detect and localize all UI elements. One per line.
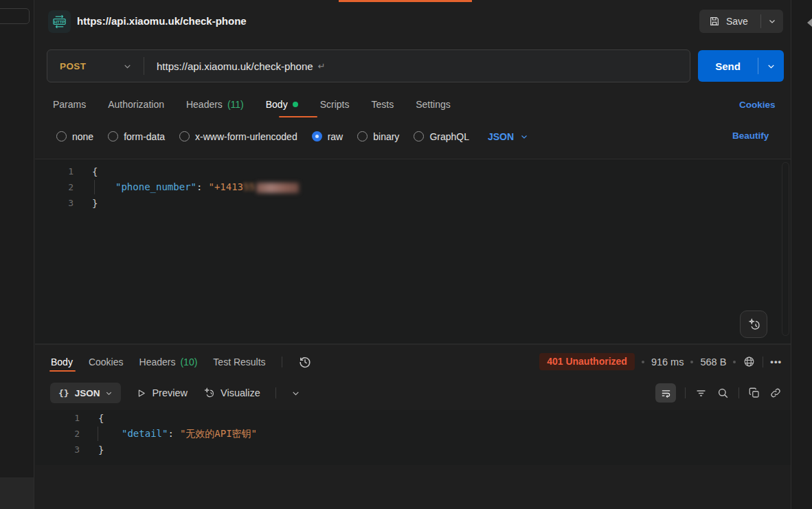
method-selector[interactable]: POST (47, 61, 144, 71)
response-toolbar-right (655, 383, 782, 403)
sidebar-footer (0, 477, 34, 509)
code-line: 3 } (35, 442, 791, 457)
filter-button[interactable] (695, 387, 708, 400)
chevron-down-icon (105, 389, 113, 397)
body-type-raw-label: raw (328, 131, 343, 142)
left-sidebar (0, 0, 34, 509)
indent-guide (94, 180, 95, 194)
svg-text:HTTP: HTTP (54, 20, 65, 24)
network-info-button[interactable] (743, 355, 756, 368)
response-format-selector[interactable]: {} JSON (50, 383, 121, 403)
request-body-editor[interactable]: 1 { 2 "phone_number":"+141355 3 } (35, 159, 791, 343)
tab-authorization[interactable]: Authorization (108, 99, 164, 110)
search-button[interactable] (717, 387, 730, 400)
response-body-viewer[interactable]: 1 { 2 "detail":"无效的API密钥" 3 } (35, 410, 791, 465)
response-more-menu[interactable]: ••• (770, 357, 782, 367)
body-type-binary[interactable]: binary (357, 131, 399, 142)
chevron-down-icon (291, 389, 300, 398)
tab-tests-label: Tests (371, 99, 394, 110)
response-toolbar: {} JSON Preview Visualize (50, 383, 300, 403)
tab-scripts[interactable]: Scripts (320, 99, 350, 110)
body-type-raw[interactable]: raw (312, 131, 343, 142)
json-key: "phone_number" (115, 181, 196, 192)
line-number: 3 (35, 444, 80, 455)
radio-raw-selected[interactable] (312, 131, 322, 142)
response-tab-test-results-label: Test Results (213, 357, 265, 367)
line-number: 2 (35, 429, 80, 439)
active-tab-underline (279, 116, 317, 117)
radio-none[interactable] (56, 131, 67, 142)
response-history-button[interactable] (298, 355, 312, 369)
code-text: "detail":"无效的API密钥" (80, 428, 257, 440)
separator-dot (690, 361, 693, 363)
visualize-button[interactable]: Visualize (203, 387, 260, 399)
radio-binary[interactable] (357, 131, 368, 142)
send-dropdown-button[interactable] (758, 62, 784, 71)
body-type-graphql[interactable]: GraphQL (414, 131, 469, 142)
json-colon: : (168, 428, 173, 439)
response-active-tab-underline (49, 370, 76, 372)
redacted-value-blur (256, 183, 299, 193)
body-type-form-data[interactable]: form-data (108, 131, 165, 142)
word-wrap-button[interactable] (655, 383, 676, 403)
json-value-prefix: "+1413 (208, 181, 243, 192)
body-type-form-data-label: form-data (124, 131, 165, 142)
beautify-link[interactable]: Beautify (732, 131, 769, 141)
body-type-none[interactable]: none (56, 131, 93, 142)
save-button[interactable]: Save (699, 16, 760, 27)
tab-tests[interactable]: Tests (371, 99, 394, 110)
toolbar-divider (275, 387, 276, 398)
link-button[interactable] (769, 387, 782, 399)
tab-body[interactable]: Body (266, 99, 298, 110)
json-value: "无效的API密钥" (180, 428, 257, 439)
request-title: https://api.xiaomu.uk/check-phone (77, 15, 247, 27)
globe-icon (743, 355, 756, 368)
code-line: 2 "phone_number":"+141355 (35, 179, 791, 195)
request-response-divider[interactable] (35, 343, 791, 345)
line-number: 1 (35, 166, 74, 177)
format-options-dropdown[interactable] (291, 389, 300, 398)
collapse-arrow-icon[interactable] (807, 19, 812, 27)
indent-guide (98, 427, 98, 441)
response-format-label: JSON (75, 388, 100, 398)
response-tab-cookies[interactable]: Cookies (89, 357, 124, 367)
send-button[interactable]: Send (698, 60, 758, 72)
visualize-label: Visualize (221, 387, 260, 398)
body-type-x-www-form-urlencoded[interactable]: x-www-form-urlencoded (179, 131, 297, 142)
body-type-none-label: none (72, 131, 93, 142)
cookies-link[interactable]: Cookies (739, 100, 776, 110)
postbot-button[interactable] (740, 310, 767, 338)
save-button-label: Save (726, 16, 748, 27)
json-colon: : (196, 181, 202, 192)
copy-icon (748, 387, 760, 399)
editor-scrollbar[interactable] (782, 162, 789, 336)
response-time: 916 ms (651, 357, 684, 367)
response-tab-headers[interactable]: Headers (10) (139, 357, 198, 367)
code-text: } (80, 444, 104, 455)
response-tab-headers-label: Headers (139, 357, 176, 367)
raw-language-selector[interactable]: JSON (488, 131, 528, 142)
copy-button[interactable] (748, 387, 760, 399)
radio-graphql[interactable] (414, 131, 424, 142)
right-rail (791, 0, 812, 509)
tab-params[interactable]: Params (53, 99, 86, 110)
body-type-x-www-label: x-www-form-urlencoded (195, 131, 297, 142)
radio-form-data[interactable] (108, 131, 118, 142)
response-tabs-divider (282, 357, 282, 367)
response-status-bar: 401 Unauthorized 916 ms 568 B ••• (539, 352, 782, 371)
response-tab-body[interactable]: Body (51, 357, 73, 367)
tab-settings[interactable]: Settings (416, 99, 451, 110)
response-tab-test-results[interactable]: Test Results (213, 357, 265, 367)
line-number: 2 (35, 182, 74, 192)
braces-icon: {} (58, 388, 69, 398)
code-line: 1 { (35, 410, 791, 426)
url-input[interactable]: https://api.xiaomu.uk/check-phone ↵ (144, 60, 690, 72)
toolbar-divider (685, 387, 686, 398)
raw-language-label: JSON (488, 131, 514, 142)
radio-x-www-form-urlencoded[interactable] (179, 131, 190, 142)
tab-headers[interactable]: Headers (11) (186, 99, 244, 110)
tab-body-label: Body (266, 99, 288, 110)
body-type-options: none form-data x-www-form-urlencoded raw… (56, 130, 528, 143)
save-dropdown-button[interactable] (761, 17, 783, 25)
preview-button[interactable]: Preview (136, 387, 188, 398)
